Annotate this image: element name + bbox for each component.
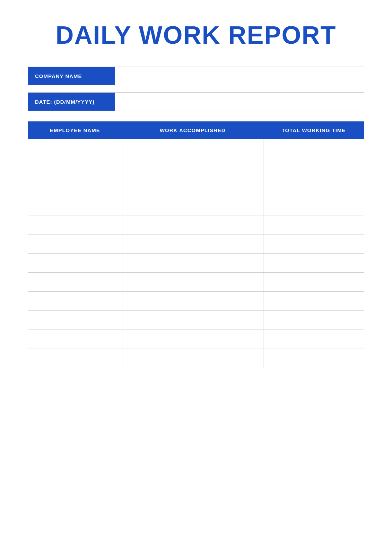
table-cell[interactable] — [28, 139, 122, 158]
company-row: COMPANY NAME — [28, 67, 364, 85]
company-name-value[interactable] — [115, 67, 364, 85]
table-cell[interactable] — [263, 349, 364, 368]
table-cell[interactable] — [122, 349, 263, 368]
table-cell[interactable] — [122, 215, 263, 234]
table-cell[interactable] — [122, 196, 263, 215]
table-cell[interactable] — [28, 177, 122, 196]
col-header-total-working-time: TOTAL WORKING TIME — [263, 122, 364, 139]
table-cell[interactable] — [122, 158, 263, 177]
table-cell[interactable] — [263, 311, 364, 330]
table-cell[interactable] — [122, 292, 263, 311]
col-header-work-accomplished: WORK ACCOMPLISHED — [122, 122, 263, 139]
company-name-label: COMPANY NAME — [28, 67, 115, 85]
info-section: COMPANY NAME DATE: (DD/MM/YYYY) — [28, 67, 364, 111]
table-cell[interactable] — [28, 349, 122, 368]
date-value[interactable] — [115, 93, 364, 111]
table-cell[interactable] — [263, 139, 364, 158]
table-cell[interactable] — [263, 330, 364, 349]
table-row — [28, 177, 364, 196]
table-row — [28, 273, 364, 292]
table-row — [28, 215, 364, 234]
table-cell[interactable] — [28, 215, 122, 234]
table-cell[interactable] — [263, 254, 364, 273]
table-row — [28, 292, 364, 311]
date-label: DATE: (DD/MM/YYYY) — [28, 93, 115, 111]
table-cell[interactable] — [122, 177, 263, 196]
table-cell[interactable] — [28, 311, 122, 330]
table-cell[interactable] — [263, 234, 364, 254]
table-cell[interactable] — [122, 254, 263, 273]
table-cell[interactable] — [28, 158, 122, 177]
table-row — [28, 349, 364, 368]
table-row — [28, 254, 364, 273]
table-cell[interactable] — [263, 196, 364, 215]
table-row — [28, 158, 364, 177]
table-cell[interactable] — [122, 311, 263, 330]
table-cell[interactable] — [28, 330, 122, 349]
table-row — [28, 139, 364, 158]
table-cell[interactable] — [28, 254, 122, 273]
table-row — [28, 330, 364, 349]
table-row — [28, 234, 364, 254]
page-title: DAILY WORK REPORT — [28, 21, 364, 49]
col-header-employee-name: EMPLOYEE NAME — [28, 122, 122, 139]
table-cell[interactable] — [28, 234, 122, 254]
table-cell[interactable] — [263, 177, 364, 196]
main-table: EMPLOYEE NAME WORK ACCOMPLISHED TOTAL WO… — [28, 121, 364, 368]
table-cell[interactable] — [263, 158, 364, 177]
table-cell[interactable] — [28, 196, 122, 215]
table-cell[interactable] — [122, 139, 263, 158]
table-row — [28, 311, 364, 330]
table-cell[interactable] — [122, 330, 263, 349]
table-cell[interactable] — [263, 215, 364, 234]
table-cell[interactable] — [263, 273, 364, 292]
page: DAILY WORK REPORT COMPANY NAME DATE: (DD… — [0, 0, 392, 555]
table-cell[interactable] — [263, 292, 364, 311]
table-row — [28, 196, 364, 215]
table-cell[interactable] — [122, 273, 263, 292]
table-cell[interactable] — [28, 292, 122, 311]
table-header-row: EMPLOYEE NAME WORK ACCOMPLISHED TOTAL WO… — [28, 122, 364, 139]
table-cell[interactable] — [122, 234, 263, 254]
table-cell[interactable] — [28, 273, 122, 292]
date-row: DATE: (DD/MM/YYYY) — [28, 92, 364, 111]
